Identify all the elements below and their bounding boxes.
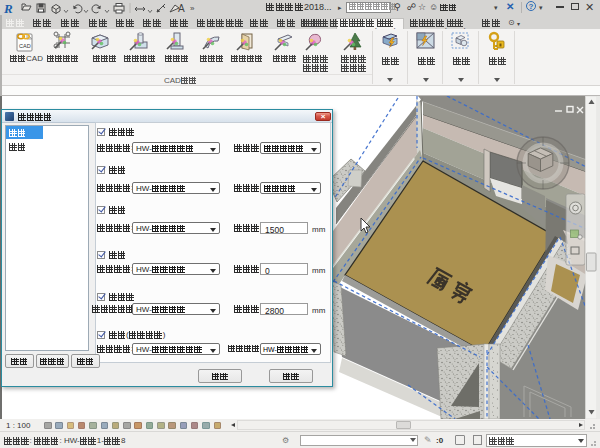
svg-text:A: A	[178, 3, 185, 14]
svg-text:CAD: CAD	[19, 43, 31, 49]
svg-text:»: »	[190, 4, 195, 13]
